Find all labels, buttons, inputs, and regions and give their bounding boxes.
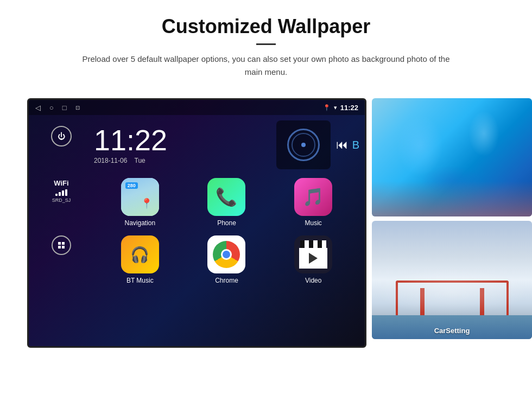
- phone-icon: 📞: [207, 178, 245, 216]
- phone-label: Phone: [217, 219, 236, 227]
- clock-area: 11:22 2018-11-06 Tue: [94, 120, 359, 169]
- page-description: Preload over 5 default wallpaper options…: [76, 53, 456, 79]
- bridge-tower-left: [420, 288, 425, 318]
- clock-time: 11:22: [94, 125, 271, 155]
- app-video[interactable]: Video: [273, 235, 354, 284]
- bridge-deck: [372, 316, 532, 318]
- nav-icons: ◁ ○ □ ⊡: [35, 104, 80, 112]
- back-icon[interactable]: ◁: [35, 104, 41, 112]
- nav-map: 280 📍: [121, 178, 159, 216]
- clock-block: 11:22 2018-11-06 Tue: [94, 125, 271, 164]
- chrome-wheel: [213, 241, 240, 268]
- video-icon: [294, 235, 332, 273]
- page-container: Customized Wallpaper Preload over 5 defa…: [0, 0, 532, 348]
- location-icon: 📍: [323, 104, 331, 111]
- nav-badge: 280: [125, 182, 138, 189]
- app-chrome[interactable]: Chrome: [186, 235, 268, 284]
- navigation-icon: 280 📍: [121, 178, 159, 216]
- screenshot-icon[interactable]: ⊡: [75, 105, 80, 111]
- page-title: Customized Wallpaper: [43, 15, 489, 38]
- media-controls: ⏮ B: [336, 138, 359, 152]
- wallpaper-thumbnails: CarSetting: [372, 98, 532, 339]
- wifi-info: WiFi SRD_SJ: [52, 179, 71, 203]
- apps-grid-button[interactable]: [52, 235, 71, 255]
- music-label: Music: [305, 219, 321, 227]
- clap-stripes: [300, 240, 326, 248]
- title-divider: [256, 43, 276, 45]
- media-widget: [276, 120, 331, 169]
- main-content: ◁ ○ □ ⊡ 📍 ▾ 11:22 ⏻: [0, 87, 532, 348]
- btmusic-icon: 🎧: [121, 235, 159, 273]
- bridge-tower-right: [480, 288, 484, 318]
- prev-track-icon[interactable]: ⏮: [336, 138, 348, 152]
- wifi-dot: [301, 143, 306, 147]
- bridge-water: [372, 315, 532, 339]
- power-icon: ⏻: [58, 132, 65, 141]
- wifi-label: WiFi: [52, 179, 71, 187]
- wifi-bar-2: [59, 192, 61, 196]
- app-grid: 280 📍 Navigation 📞: [94, 178, 359, 284]
- music-icon: 🎵: [294, 178, 332, 216]
- chrome-label: Chrome: [215, 277, 238, 284]
- chrome-center: [221, 249, 232, 260]
- power-button[interactable]: ⏻: [51, 126, 72, 146]
- chrome-icon: [207, 235, 245, 273]
- phone-handset-icon: 📞: [216, 187, 237, 207]
- wallpaper-ice-cave[interactable]: [372, 98, 532, 216]
- nav-pin-icon: 📍: [141, 197, 153, 209]
- music-note-icon: 🎵: [302, 187, 324, 207]
- grid-icon: [58, 242, 65, 248]
- bluetooth-icon: B: [352, 139, 359, 151]
- app-navigation[interactable]: 280 📍 Navigation: [99, 178, 181, 227]
- left-sidebar: ⏻ WiFi SRD_SJ: [29, 115, 94, 348]
- android-screen[interactable]: ◁ ○ □ ⊡ 📍 ▾ 11:22 ⏻: [27, 98, 366, 348]
- wifi-ssid: SRD_SJ: [52, 197, 71, 203]
- wifi-bar-1: [55, 194, 58, 196]
- clap-body: [299, 248, 327, 269]
- app-music[interactable]: 🎵 Music: [273, 178, 354, 227]
- clapboard-icon: [299, 240, 327, 269]
- car-setting-label: CarSetting: [372, 327, 532, 335]
- status-time: 11:22: [340, 104, 358, 112]
- btmusic-label: BT Music: [126, 277, 154, 284]
- bluetooth-music-icon: 🎧: [130, 246, 149, 264]
- video-label: Video: [305, 277, 321, 284]
- signal-icon: ▾: [334, 104, 337, 111]
- play-triangle-icon: [309, 253, 318, 264]
- app-btmusic[interactable]: 🎧 BT Music: [99, 235, 181, 284]
- status-right: 📍 ▾ 11:22: [323, 104, 358, 112]
- clock-date: 2018-11-06 Tue: [94, 157, 271, 164]
- clap-top: [300, 240, 326, 248]
- navigation-label: Navigation: [124, 219, 155, 227]
- center-content: 11:22 2018-11-06 Tue: [94, 115, 365, 348]
- app-phone[interactable]: 📞 Phone: [186, 178, 268, 227]
- status-bar: ◁ ○ □ ⊡ 📍 ▾ 11:22: [29, 100, 365, 115]
- recents-icon[interactable]: □: [62, 104, 67, 112]
- ice-cave-bottom: [372, 181, 532, 216]
- screen-body: ⏻ WiFi SRD_SJ: [29, 115, 365, 348]
- nav-map-bg: 280 📍: [121, 178, 159, 216]
- wifi-signal-widget: [287, 129, 320, 161]
- page-header: Customized Wallpaper Preload over 5 defa…: [0, 0, 532, 87]
- wifi-bars: [52, 189, 71, 196]
- wifi-bar-4: [65, 189, 67, 196]
- home-icon[interactable]: ○: [49, 104, 54, 112]
- wallpaper-golden-gate[interactable]: CarSetting: [372, 221, 532, 339]
- wifi-bar-3: [62, 190, 64, 196]
